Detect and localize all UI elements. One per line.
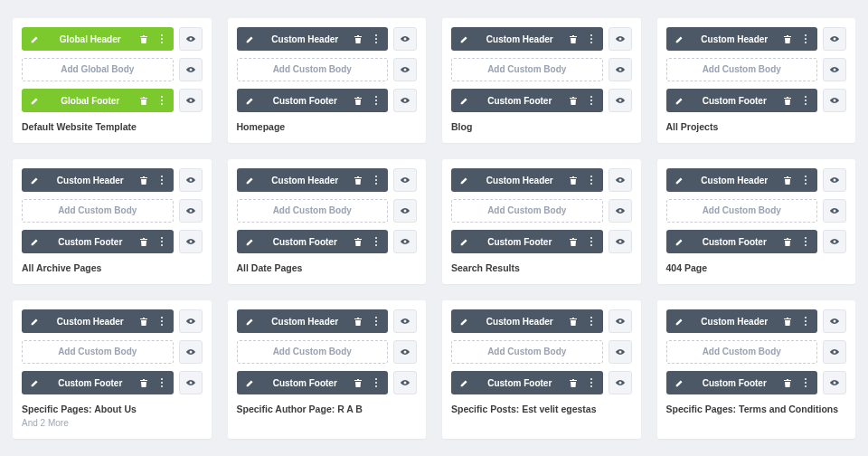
visibility-toggle[interactable]: [609, 230, 632, 253]
trash-icon[interactable]: [352, 315, 364, 328]
trash-icon[interactable]: [352, 174, 364, 186]
kebab-icon[interactable]: [370, 235, 382, 248]
visibility-toggle[interactable]: [609, 27, 632, 51]
add-body-button[interactable]: Add Custom Body: [666, 340, 818, 364]
pencil-icon[interactable]: [457, 175, 473, 185]
header-bar[interactable]: Custom Header: [666, 27, 818, 51]
template-subtitle[interactable]: And 2 More: [22, 418, 203, 428]
kebab-icon[interactable]: [799, 235, 812, 248]
kebab-icon[interactable]: [799, 376, 812, 389]
trash-icon[interactable]: [781, 315, 794, 328]
add-body-button[interactable]: Add Custom Body: [237, 58, 389, 81]
visibility-toggle[interactable]: [823, 58, 846, 81]
kebab-icon[interactable]: [156, 376, 168, 389]
kebab-icon[interactable]: [370, 376, 382, 389]
header-bar[interactable]: Custom Header: [451, 309, 603, 333]
pencil-icon[interactable]: [27, 316, 43, 327]
kebab-icon[interactable]: [370, 33, 382, 45]
add-body-button[interactable]: Add Custom Body: [451, 58, 603, 81]
footer-bar[interactable]: Custom Footer: [451, 371, 603, 394]
visibility-toggle[interactable]: [393, 340, 417, 364]
trash-icon[interactable]: [567, 235, 580, 248]
visibility-toggle[interactable]: [393, 89, 417, 112]
visibility-toggle[interactable]: [609, 168, 632, 192]
kebab-icon[interactable]: [585, 94, 598, 107]
footer-bar[interactable]: Global Footer: [22, 89, 174, 112]
visibility-toggle[interactable]: [393, 371, 417, 394]
visibility-toggle[interactable]: [179, 199, 203, 223]
kebab-icon[interactable]: [585, 376, 598, 389]
trash-icon[interactable]: [567, 315, 580, 328]
footer-bar[interactable]: Custom Footer: [666, 230, 818, 253]
trash-icon[interactable]: [781, 33, 794, 45]
kebab-icon[interactable]: [370, 174, 382, 186]
trash-icon[interactable]: [352, 235, 364, 248]
visibility-toggle[interactable]: [393, 168, 417, 192]
header-bar[interactable]: Custom Header: [451, 168, 603, 192]
add-body-button[interactable]: Add Custom Body: [451, 199, 603, 223]
kebab-icon[interactable]: [799, 315, 812, 328]
kebab-icon[interactable]: [370, 315, 382, 328]
pencil-icon[interactable]: [672, 236, 688, 247]
footer-bar[interactable]: Custom Footer: [666, 371, 818, 394]
visibility-toggle[interactable]: [179, 168, 203, 192]
visibility-toggle[interactable]: [823, 199, 846, 223]
pencil-icon[interactable]: [457, 377, 473, 388]
visibility-toggle[interactable]: [823, 340, 846, 364]
pencil-icon[interactable]: [27, 33, 43, 44]
trash-icon[interactable]: [781, 235, 794, 248]
pencil-icon[interactable]: [672, 33, 688, 44]
add-body-button[interactable]: Add Global Body: [22, 58, 174, 81]
kebab-icon[interactable]: [799, 33, 812, 45]
pencil-icon[interactable]: [457, 316, 473, 327]
visibility-toggle[interactable]: [179, 340, 203, 364]
add-body-button[interactable]: Add Custom Body: [22, 199, 174, 223]
trash-icon[interactable]: [352, 376, 364, 389]
trash-icon[interactable]: [781, 376, 794, 389]
trash-icon[interactable]: [137, 174, 150, 186]
pencil-icon[interactable]: [242, 377, 259, 388]
visibility-toggle[interactable]: [393, 58, 417, 81]
kebab-icon[interactable]: [156, 94, 168, 107]
kebab-icon[interactable]: [585, 174, 598, 186]
kebab-icon[interactable]: [370, 94, 382, 107]
visibility-toggle[interactable]: [393, 199, 417, 223]
trash-icon[interactable]: [352, 33, 364, 45]
visibility-toggle[interactable]: [823, 27, 846, 51]
trash-icon[interactable]: [567, 94, 580, 107]
trash-icon[interactable]: [567, 174, 580, 186]
trash-icon[interactable]: [781, 94, 794, 107]
pencil-icon[interactable]: [27, 236, 43, 247]
pencil-icon[interactable]: [27, 175, 43, 185]
kebab-icon[interactable]: [799, 94, 812, 107]
trash-icon[interactable]: [781, 174, 794, 186]
pencil-icon[interactable]: [242, 175, 259, 185]
pencil-icon[interactable]: [457, 236, 473, 247]
pencil-icon[interactable]: [457, 33, 473, 44]
visibility-toggle[interactable]: [823, 89, 846, 112]
visibility-toggle[interactable]: [609, 199, 632, 223]
header-bar[interactable]: Global Header: [22, 27, 174, 51]
add-body-button[interactable]: Add Custom Body: [237, 199, 389, 223]
add-body-button[interactable]: Add Custom Body: [666, 199, 818, 223]
kebab-icon[interactable]: [156, 33, 168, 45]
trash-icon[interactable]: [137, 94, 150, 107]
visibility-toggle[interactable]: [179, 230, 203, 253]
pencil-icon[interactable]: [672, 95, 688, 106]
header-bar[interactable]: Custom Header: [666, 168, 818, 192]
visibility-toggle[interactable]: [823, 230, 846, 253]
visibility-toggle[interactable]: [179, 58, 203, 81]
visibility-toggle[interactable]: [179, 371, 203, 394]
add-body-button[interactable]: Add Custom Body: [451, 340, 603, 364]
footer-bar[interactable]: Custom Footer: [666, 89, 818, 112]
pencil-icon[interactable]: [242, 316, 259, 327]
header-bar[interactable]: Custom Header: [666, 309, 818, 333]
header-bar[interactable]: Custom Header: [22, 309, 174, 333]
visibility-toggle[interactable]: [609, 340, 632, 364]
pencil-icon[interactable]: [672, 175, 688, 185]
trash-icon[interactable]: [352, 94, 364, 107]
footer-bar[interactable]: Custom Footer: [237, 89, 389, 112]
visibility-toggle[interactable]: [823, 309, 846, 333]
pencil-icon[interactable]: [242, 236, 259, 247]
kebab-icon[interactable]: [156, 315, 168, 328]
